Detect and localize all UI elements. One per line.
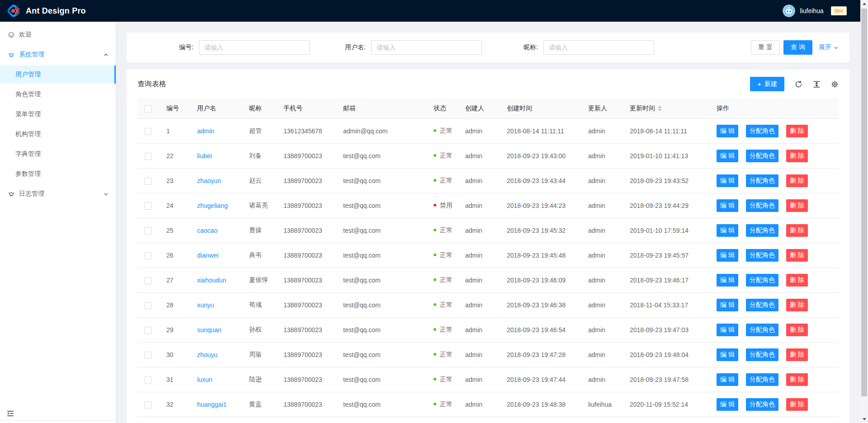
user-name[interactable]: liufeihua <box>800 7 823 14</box>
assign-role-button[interactable]: 分配角色 <box>746 274 778 287</box>
assign-role-button[interactable]: 分配角色 <box>746 348 778 361</box>
user-avatar[interactable] <box>783 5 795 17</box>
username-link[interactable]: zhouyu <box>197 351 217 358</box>
edit-button[interactable]: 编 辑 <box>717 150 738 162</box>
assign-role-button[interactable]: 分配角色 <box>746 398 778 411</box>
row-checkbox[interactable] <box>145 376 152 384</box>
sidebar-item-param-management[interactable]: 参数管理 <box>0 165 116 183</box>
row-select-cell <box>137 268 159 293</box>
sidebar-item-system-management[interactable]: 系统管理 <box>0 46 116 64</box>
username-link[interactable]: huanggai1 <box>197 401 226 408</box>
row-checkbox[interactable] <box>145 401 152 409</box>
delete-button[interactable]: 删 除 <box>786 398 808 411</box>
username-link[interactable]: xunyu <box>197 301 214 309</box>
assign-role-button[interactable]: 分配角色 <box>746 125 778 137</box>
edit-button[interactable]: 编 辑 <box>717 174 738 187</box>
settings-gear-icon[interactable] <box>831 80 839 88</box>
delete-button[interactable]: 删 除 <box>786 274 808 287</box>
scroll-down-arrow-icon[interactable] <box>860 415 868 423</box>
row-checkbox[interactable] <box>145 327 152 334</box>
row-checkbox[interactable] <box>145 202 152 210</box>
row-checkbox[interactable] <box>145 352 152 359</box>
sidebar-item-dict-management[interactable]: 字典管理 <box>0 145 116 163</box>
edit-button[interactable]: 编 辑 <box>717 249 738 262</box>
delete-button[interactable]: 删 除 <box>786 150 808 162</box>
username-link[interactable]: sunquan <box>197 326 222 334</box>
assign-role-button[interactable]: 分配角色 <box>746 174 778 187</box>
id-input[interactable] <box>199 40 310 55</box>
reset-button[interactable]: 重 置 <box>751 40 780 55</box>
column-header-更新时间[interactable]: 更新时间 <box>623 99 709 119</box>
delete-button[interactable]: 删 除 <box>786 373 808 386</box>
delete-button[interactable]: 删 除 <box>786 299 808 311</box>
row-checkbox[interactable] <box>145 128 152 135</box>
cell-phone: 13889700023 <box>276 318 336 343</box>
username-link[interactable]: admin <box>197 127 214 135</box>
edit-button[interactable]: 编 辑 <box>717 398 738 411</box>
cell-updated-at: 2018-09-23 19:45:57 <box>623 243 709 268</box>
edit-button[interactable]: 编 辑 <box>717 224 738 237</box>
assign-role-button[interactable]: 分配角色 <box>746 249 778 262</box>
delete-button[interactable]: 删 除 <box>786 324 808 336</box>
username-link[interactable]: xiahoudun <box>197 277 226 284</box>
assign-role-button[interactable]: 分配角色 <box>746 373 778 386</box>
new-button[interactable]: + 新建 <box>750 77 784 91</box>
row-checkbox[interactable] <box>145 302 152 309</box>
delete-button[interactable]: 删 除 <box>786 224 808 237</box>
vertical-divider <box>742 178 742 184</box>
sidebar-item-role-management[interactable]: 角色管理 <box>0 85 116 103</box>
edit-button[interactable]: 编 辑 <box>717 274 738 287</box>
username-link[interactable]: dianwei <box>197 252 218 259</box>
username-input[interactable] <box>371 40 482 55</box>
page-scrollbar[interactable] <box>860 0 868 423</box>
sidebar-item-log-management[interactable]: 日志管理 <box>0 185 116 203</box>
app-logo[interactable]: Ant Design Pro <box>6 4 86 18</box>
username-link[interactable]: liubei <box>197 152 212 160</box>
expand-link[interactable]: 展开 <box>819 43 839 52</box>
select-all-checkbox[interactable] <box>145 105 152 113</box>
edit-button[interactable]: 编 辑 <box>717 299 738 311</box>
vertical-divider <box>782 277 783 283</box>
assign-role-button[interactable]: 分配角色 <box>746 150 778 162</box>
vertical-divider <box>742 401 742 408</box>
username-link[interactable]: zhaoyun <box>197 177 221 184</box>
username-link[interactable]: caocao <box>197 227 217 234</box>
row-checkbox[interactable] <box>145 178 152 185</box>
assign-role-button[interactable]: 分配角色 <box>746 324 778 336</box>
density-icon[interactable] <box>813 80 821 88</box>
reload-icon[interactable] <box>795 80 802 88</box>
delete-button[interactable]: 删 除 <box>786 174 808 187</box>
username-link[interactable]: luxun <box>197 376 212 383</box>
scrollbar-thumb[interactable] <box>861 9 867 396</box>
row-checkbox[interactable] <box>145 252 152 259</box>
cell-status: 正常 <box>426 243 458 268</box>
row-checkbox[interactable] <box>145 227 152 235</box>
scroll-up-arrow-icon[interactable] <box>860 0 868 8</box>
sidebar-item-user-management[interactable]: 用户管理 <box>0 66 116 84</box>
delete-button[interactable]: 删 除 <box>786 348 808 361</box>
username-link[interactable]: zhugeliang <box>197 202 228 209</box>
assign-role-button[interactable]: 分配角色 <box>746 299 778 311</box>
status-dot-icon <box>434 129 436 132</box>
sorter-icon[interactable] <box>658 106 662 111</box>
edit-button[interactable]: 编 辑 <box>717 348 738 361</box>
delete-button[interactable]: 删 除 <box>786 125 808 137</box>
row-checkbox[interactable] <box>145 277 152 284</box>
sidebar-item-org-management[interactable]: 机构管理 <box>0 125 116 143</box>
edit-button[interactable]: 编 辑 <box>717 324 738 336</box>
delete-button[interactable]: 删 除 <box>786 199 808 212</box>
assign-role-button[interactable]: 分配角色 <box>746 224 778 237</box>
menu-fold-icon[interactable] <box>6 409 14 418</box>
sidebar-item-menu-management[interactable]: 菜单管理 <box>0 105 116 123</box>
nickname-input[interactable] <box>543 40 654 55</box>
edit-button[interactable]: 编 辑 <box>717 125 738 137</box>
delete-button[interactable]: 删 除 <box>786 249 808 262</box>
crown-icon <box>8 52 14 58</box>
sidebar-item-welcome[interactable]: 欢迎 <box>0 26 116 44</box>
row-checkbox[interactable] <box>145 153 152 160</box>
assign-role-button[interactable]: 分配角色 <box>746 199 778 212</box>
edit-button[interactable]: 编 辑 <box>717 199 738 212</box>
edit-button[interactable]: 编 辑 <box>717 373 738 386</box>
column-header-label: 编号 <box>166 104 179 112</box>
query-button[interactable]: 查 询 <box>783 40 812 55</box>
